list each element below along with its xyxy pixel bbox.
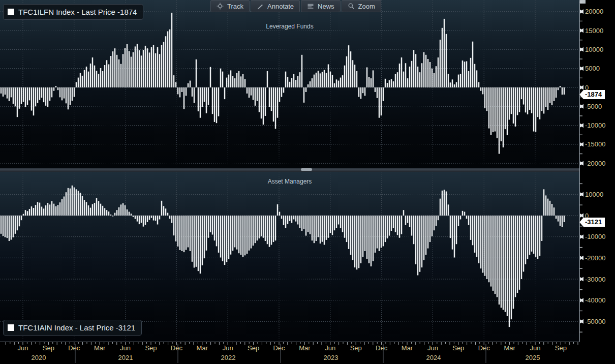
last-price-tag-leveraged: -1874: [583, 90, 605, 99]
svg-text:-30000: -30000: [585, 276, 605, 283]
svg-text:-20000: -20000: [585, 160, 605, 167]
asset-managers-plot[interactable]: [0, 172, 579, 342]
pencil-icon: [257, 3, 264, 10]
svg-text:Jun: Jun: [120, 344, 131, 352]
tag-arrow: [579, 218, 583, 227]
svg-text:Mar: Mar: [94, 344, 106, 352]
time-axis[interactable]: JunSepDecMarJunSepDecMarJunSepDecMarJunS…: [0, 342, 615, 364]
leveraged-funds-plot[interactable]: [0, 0, 579, 168]
svg-text:Dec: Dec: [171, 344, 183, 352]
tag-value: -1874: [585, 90, 602, 98]
legend-swatch: [8, 324, 14, 331]
svg-text:Sep: Sep: [452, 344, 464, 352]
svg-text:Mar: Mar: [299, 344, 311, 352]
svg-text:2025: 2025: [526, 354, 540, 361]
svg-text:2020: 2020: [32, 354, 46, 361]
svg-text:Jun: Jun: [427, 344, 438, 352]
svg-text:10000: 10000: [585, 46, 603, 53]
legend-label: TFC1ILFN Index - Last Price -1874: [18, 8, 137, 16]
news-button-label: News: [318, 3, 334, 10]
svg-text:5000: 5000: [585, 65, 600, 72]
svg-text:Mar: Mar: [504, 344, 515, 352]
track-button[interactable]: Track: [210, 0, 250, 12]
svg-text:-40000: -40000: [585, 296, 605, 304]
legend-label: TFC1IAIN Index - Last Price -3121: [18, 323, 135, 332]
svg-text:2024: 2024: [426, 354, 441, 361]
asset-managers-panel[interactable]: [0, 172, 579, 342]
svg-text:Jun: Jun: [325, 344, 335, 352]
annotate-button[interactable]: Annotate: [251, 0, 300, 12]
zoom-button-label: Zoom: [358, 3, 375, 10]
svg-text:Jun: Jun: [530, 344, 541, 352]
tag-arrow: [579, 90, 583, 99]
svg-text:Dec: Dec: [68, 344, 80, 352]
svg-text:Dec: Dec: [376, 344, 388, 352]
svg-text:20000: 20000: [585, 8, 603, 15]
legend-leveraged-funds[interactable]: TFC1ILFN Index - Last Price -1874: [3, 4, 143, 20]
legend-swatch: [8, 9, 14, 15]
svg-text:15000: 15000: [585, 27, 603, 35]
svg-text:Sep: Sep: [555, 344, 567, 352]
last-price-tag-asset-managers: -3121: [583, 218, 605, 227]
panel-divider-handle[interactable]: [301, 168, 312, 171]
magnifier-icon: [348, 3, 355, 10]
zoom-button[interactable]: Zoom: [342, 0, 381, 12]
crosshair-icon: [217, 3, 224, 10]
price-axis[interactable]: 20000150001000050000-5000-10000-15000-20…: [579, 0, 615, 364]
tag-value: -3121: [585, 218, 602, 226]
svg-text:-20000: -20000: [585, 254, 605, 262]
annotate-button-label: Annotate: [267, 3, 294, 10]
svg-text:Sep: Sep: [145, 344, 157, 352]
chart-window: Leveraged Funds Asset Managers TFC1ILFN …: [0, 0, 615, 364]
svg-text:2023: 2023: [324, 354, 339, 361]
svg-text:-15000: -15000: [585, 140, 605, 148]
svg-text:Jun: Jun: [18, 344, 28, 352]
svg-text:-10000: -10000: [585, 233, 605, 240]
svg-text:Mar: Mar: [402, 344, 413, 352]
svg-text:2021: 2021: [118, 354, 133, 361]
legend-asset-managers[interactable]: TFC1IAIN Index - Last Price -3121: [3, 320, 142, 336]
svg-text:Jun: Jun: [223, 344, 233, 352]
panel-divider: [0, 168, 579, 172]
leveraged-funds-panel[interactable]: [0, 0, 579, 168]
svg-text:Sep: Sep: [43, 344, 54, 352]
svg-text:Mar: Mar: [197, 344, 208, 352]
news-button[interactable]: News: [301, 0, 341, 12]
svg-text:Dec: Dec: [478, 344, 490, 352]
svg-text:-50000: -50000: [585, 318, 605, 325]
chart-toolbar: Track Annotate News Zoom: [210, 0, 381, 12]
news-lines-icon: [307, 3, 314, 10]
track-button-label: Track: [227, 3, 243, 10]
svg-text:-5000: -5000: [585, 103, 602, 110]
svg-text:10000: 10000: [585, 191, 603, 198]
time-axis-scale: JunSepDecMarJunSepDecMarJunSepDecMarJunS…: [0, 342, 615, 364]
svg-text:Sep: Sep: [248, 344, 259, 352]
svg-text:-10000: -10000: [585, 122, 605, 129]
svg-text:Dec: Dec: [273, 344, 285, 352]
svg-text:Sep: Sep: [350, 344, 362, 352]
svg-text:2022: 2022: [221, 354, 236, 361]
